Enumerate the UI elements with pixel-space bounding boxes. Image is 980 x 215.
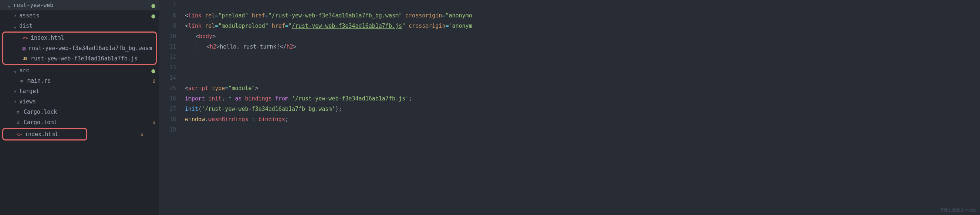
line-number: 17 [159, 104, 176, 114]
line-number: 18 [159, 114, 176, 125]
chevron-right-icon: › [13, 99, 18, 104]
tree-file-label: rust-yew-web-f3e34ad16ab1a7fb_bg.wasm [29, 45, 152, 51]
tree-folder-label: src [19, 67, 150, 74]
wasm-file-icon: ▧ [22, 46, 26, 51]
code-editor[interactable]: 7 8 9 10 11 12 13 14 15 16 17 18 19 <lin… [159, 0, 980, 215]
tree-folder-label: dist [19, 22, 155, 29]
watermark-text: @稀土掘金技术社区 [940, 207, 976, 213]
git-status-badge: U [140, 132, 143, 137]
tree-folder-root[interactable]: ⌄ rust-yew-web ● [0, 0, 159, 10]
code-line-13 [185, 62, 980, 73]
tree-folder-target[interactable]: › target [0, 86, 159, 96]
chevron-right-icon: › [13, 88, 18, 94]
code-line-8: <link rel="preload" href="/rust-yew-web-… [185, 10, 980, 21]
chevron-down-icon: ⌄ [13, 67, 18, 74]
tree-file-label: index.html [25, 131, 83, 138]
tree-file-index-html-root[interactable]: <> index.html [3, 129, 86, 140]
chevron-down-icon: ⌄ [13, 23, 18, 29]
line-number-gutter: 7 8 9 10 11 12 13 14 15 16 17 18 19 [159, 0, 185, 215]
line-number: 8 [159, 10, 176, 21]
tree-folder-dist[interactable]: ⌄ dist [0, 21, 159, 31]
tree-file-cargo-lock[interactable]: ≡ Cargo.lock [0, 107, 159, 117]
rust-file-icon: ⊛ [19, 78, 25, 84]
tree-folder-src[interactable]: ⌄ src ● [0, 65, 159, 75]
code-content[interactable]: <link rel="preload" href="/rust-yew-web-… [185, 0, 980, 215]
tree-file-label: Cargo.toml [24, 119, 151, 126]
lines-file-icon: ≡ [15, 109, 21, 115]
line-number: 14 [159, 73, 176, 83]
js-file-icon: JS [22, 57, 29, 61]
code-line-15: <script type="module"> [185, 83, 980, 93]
line-number: 10 [159, 31, 176, 42]
code-line-18: window.wasmBindings = bindings; [185, 114, 980, 125]
modified-dot-icon: ● [151, 12, 155, 20]
code-file-icon: <> [16, 132, 22, 137]
code-line-16: import init, * as bindings from '/rust-y… [185, 93, 980, 104]
tree-folder-assets[interactable]: › assets ● [0, 10, 159, 21]
tree-folder-label: target [19, 88, 155, 95]
line-number: 7 [159, 0, 176, 10]
tree-folder-views[interactable]: › views [0, 96, 159, 107]
chevron-down-icon: ⌄ [6, 2, 12, 8]
tree-file-wasm[interactable]: ▧ rust-yew-web-f3e34ad16ab1a7fb_bg.wasm [3, 43, 156, 53]
chevron-right-icon: › [13, 13, 18, 19]
file-explorer-sidebar: ⌄ rust-yew-web ● › assets ● ⌄ dist <> in… [0, 0, 159, 215]
code-line-10: <body> [185, 31, 980, 42]
git-status-badge: U [152, 78, 155, 84]
tree-file-index-html-dist[interactable]: <> index.html [3, 33, 156, 43]
tree-folder-label: views [19, 98, 155, 105]
code-line-7 [185, 0, 980, 10]
code-line-14 [185, 73, 980, 83]
line-number: 13 [159, 62, 176, 73]
highlight-annotation-index: <> index.html [2, 128, 87, 141]
modified-dot-icon: ● [151, 2, 155, 9]
line-number: 19 [159, 125, 176, 135]
modified-dot-icon: ● [151, 67, 155, 74]
code-file-icon: <> [22, 35, 29, 41]
tree-folder-label: rust-yew-web [13, 2, 150, 8]
tree-file-label: Cargo.lock [24, 109, 155, 115]
line-number: 11 [159, 42, 176, 52]
tree-file-label: main.rs [27, 77, 151, 84]
code-line-17: init('/rust-yew-web-f3e34ad16ab1a7fb_bg.… [185, 104, 980, 114]
line-number: 9 [159, 21, 176, 31]
line-number: 15 [159, 83, 176, 93]
highlight-annotation-dist: <> index.html ▧ rust-yew-web-f3e34ad16ab… [2, 32, 157, 65]
tree-file-label: rust-yew-web-f3e34ad16ab1a7fb.js [31, 55, 152, 62]
git-status-badge: U [152, 120, 155, 125]
tree-file-cargo-toml[interactable]: ⚙ Cargo.toml U [0, 117, 159, 128]
line-number: 12 [159, 52, 176, 62]
line-number: 16 [159, 93, 176, 104]
tree-file-js[interactable]: JS rust-yew-web-f3e34ad16ab1a7fb.js [3, 53, 156, 64]
code-line-11: <h2>hello, rust-turnk!</h2> [185, 42, 980, 52]
tree-file-label: index.html [31, 34, 152, 41]
tree-file-main-rs[interactable]: ⊛ main.rs U [0, 75, 159, 86]
gear-file-icon: ⚙ [15, 120, 21, 125]
code-line-9: <link rel="modulepreload" href="/rust-ye… [185, 21, 980, 31]
tree-folder-label: assets [19, 12, 150, 19]
code-line-12 [185, 52, 980, 62]
